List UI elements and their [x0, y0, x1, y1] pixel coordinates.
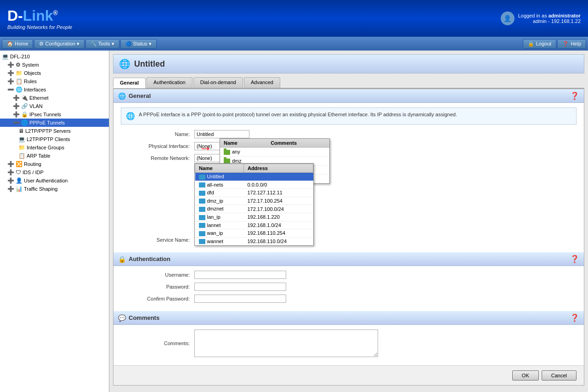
section-help-icon[interactable]: ❓ — [570, 91, 579, 100]
table-row[interactable]: dmz_ip 172.17.100.254 — [195, 197, 313, 205]
table-row[interactable]: all-nets 0.0.0.0/0 — [195, 181, 313, 189]
comments-section-icon: 💬 — [118, 314, 126, 322]
sidebar-item-label: IPsec Tunnels — [29, 112, 61, 117]
tools-button[interactable]: 🔧 Tools ▾ — [85, 39, 119, 49]
nav-bar: 🏠 Home ⚙ Configuration ▾ 🔧 Tools ▾ 🔵 Sta… — [0, 37, 588, 51]
sidebar-item-system[interactable]: ➕ ⚙ System — [0, 61, 109, 69]
folder-icon — [224, 150, 230, 155]
sidebar-item-label: Rules — [24, 79, 37, 84]
table-row[interactable]: dfd 172.127.112.11 — [195, 189, 313, 197]
sidebar-item-vlan[interactable]: ➕ 🔗 VLAN — [0, 102, 109, 110]
sidebar-item-ipsec[interactable]: ➕ 🔒 IPsec Tunnels — [0, 110, 109, 119]
rn-col-name: Name — [195, 164, 244, 173]
tab-advanced[interactable]: Advanced — [244, 77, 280, 88]
table-row[interactable]: wannet 192.168.110.0/24 — [195, 237, 313, 245]
plus-icon: ➕ — [13, 103, 20, 109]
tab-authentication[interactable]: Authentication — [147, 77, 192, 88]
user-auth-icon: 👤 — [16, 177, 23, 184]
confirm-password-input[interactable] — [194, 295, 286, 303]
sidebar-item-interface-groups[interactable]: 📁 Interface Groups — [0, 143, 109, 152]
comments-textarea[interactable] — [194, 330, 378, 357]
table-row[interactable]: dmznet 172.17.100.0/24 — [195, 205, 313, 213]
sidebar-item-ethernet[interactable]: ➕ 🔌 Ethernet — [0, 94, 109, 102]
table-row[interactable]: lan_ip 192.168.1.220 — [195, 213, 313, 221]
sidebar-item-interfaces[interactable]: ➖ 🌐 Interfaces — [0, 85, 109, 94]
rn-address-cell — [243, 173, 313, 181]
sidebar-item-label: IDS / IDP — [23, 170, 44, 175]
sidebar-item-routing[interactable]: ➕ 🔀 Routing — [0, 160, 109, 168]
rn-address-cell: 192.168.1.0/24 — [243, 221, 313, 229]
user-avatar-icon: 👤 — [501, 11, 514, 25]
general-section-icon: 🌐 — [118, 92, 126, 100]
name-label: Name: — [121, 131, 194, 137]
status-button[interactable]: 🔵 Status ▾ — [120, 39, 157, 49]
service-name-label: Service Name: — [121, 237, 194, 243]
password-input[interactable] — [194, 283, 286, 291]
plus-icon: ➕ — [7, 169, 14, 176]
sidebar-item-traffic-shaping[interactable]: ➕ 📊 Traffic Shaping — [0, 185, 109, 193]
tab-dial-on-demand[interactable]: Dial-on-demand — [193, 77, 243, 88]
password-row: Password: — [121, 283, 577, 291]
comments-section-header: 💬 Comments ❓ — [113, 311, 584, 325]
sidebar-item-label: Objects — [24, 70, 41, 76]
tab-bar: General Authentication Dial-on-demand Ad… — [113, 77, 584, 89]
sidebar-item-objects[interactable]: ➕ 📁 Objects — [0, 69, 109, 77]
rn-name-cell: wannet — [195, 237, 244, 245]
ok-button[interactable]: OK — [512, 370, 539, 381]
auth-help-icon[interactable]: ❓ — [570, 255, 579, 263]
help-button[interactable]: ❓ Help — [557, 39, 586, 49]
sidebar-item-rules[interactable]: ➕ 📋 Rules — [0, 77, 109, 85]
plus-icon: ➕ — [13, 111, 20, 118]
table-row[interactable]: any — [220, 148, 329, 157]
pi-name-cell: any — [220, 148, 267, 157]
tab-general[interactable]: General — [113, 78, 146, 88]
table-row[interactable]: Untitled — [195, 173, 313, 181]
table-row[interactable]: lannet 192.168.1.0/24 — [195, 221, 313, 229]
confirm-password-row: Confirm Password: — [121, 295, 577, 303]
remote-network-label: Remote Network: — [121, 155, 194, 161]
auth-section-header-left: 🔒 Authentication — [118, 256, 170, 263]
configuration-button[interactable]: ⚙ Configuration ▾ — [34, 39, 85, 49]
sidebar-item-user-auth[interactable]: ➕ 👤 User Authentication — [0, 176, 109, 185]
sidebar-item-label: PPPoE Tunnels — [29, 120, 65, 125]
remote-network-table: Name Address Untitled all-net — [195, 164, 313, 245]
rn-name-cell: dfd — [195, 189, 244, 197]
routing-icon: 🔀 — [16, 161, 23, 167]
network-icon — [199, 191, 205, 196]
comments-row: Comments: — [121, 330, 577, 357]
system-icon: ⚙ — [16, 62, 21, 68]
sidebar-item-l2tp-servers[interactable]: 🖥 L2TP/PPTP Servers — [0, 127, 109, 135]
sidebar-item-label: Traffic Shaping — [24, 186, 57, 192]
sidebar-item-label: Interface Groups — [27, 145, 64, 150]
rn-name-cell: dmznet — [195, 205, 244, 213]
sidebar-item-ids-idp[interactable]: ➕ 🛡 IDS / IDP — [0, 168, 109, 176]
sidebar-item-label: User Authentication — [24, 178, 68, 183]
comments-help-icon[interactable]: ❓ — [570, 313, 579, 322]
sidebar-item-arp-table[interactable]: 📋 ARP Table — [0, 152, 109, 160]
auth-section-title: Authentication — [129, 256, 170, 262]
rn-name-cell: lannet — [195, 221, 244, 229]
objects-icon: 📁 — [16, 70, 23, 76]
logout-button[interactable]: 🔓 Logout — [523, 39, 557, 49]
comments-section-title: Comments — [129, 314, 159, 321]
iface-groups-icon: 📁 — [18, 144, 25, 151]
username-input[interactable] — [194, 271, 286, 279]
network-icon — [199, 239, 205, 244]
remote-network-dropdown[interactable]: Name Address Untitled all-net — [194, 163, 314, 246]
remote-network-row: Remote Network: (None) all-nets dfd dmz_… — [121, 154, 577, 162]
auth-section-body: Username: Password: Confirm Password: — [113, 266, 584, 311]
sidebar-item-dfl210[interactable]: 💻 DFL-210 — [0, 52, 109, 61]
plus-icon: ➕ — [7, 177, 14, 184]
physical-interface-row: Physical Interface: (None) any dmz lan w… — [121, 142, 577, 150]
pi-col-name: Name — [220, 139, 267, 148]
cancel-button[interactable]: Cancel — [542, 370, 577, 381]
network-icon — [199, 199, 205, 204]
auth-section-icon: 🔒 — [118, 256, 126, 263]
home-button[interactable]: 🏠 Home — [2, 39, 33, 49]
sidebar-item-pppoe[interactable]: ➖ 🌐 PPPoE Tunnels — [0, 119, 109, 127]
nav-left: 🏠 Home ⚙ Configuration ▾ 🔧 Tools ▾ 🔵 Sta… — [2, 39, 157, 49]
sidebar-item-l2tp-clients[interactable]: 💻 L2TP/PPTP Clients — [0, 135, 109, 143]
info-box: 🌐 A PPPoE interface is a PPP (point-to-p… — [121, 108, 577, 125]
table-row[interactable]: wan_ip 192.168.110.254 — [195, 229, 313, 238]
name-input[interactable] — [194, 130, 249, 138]
